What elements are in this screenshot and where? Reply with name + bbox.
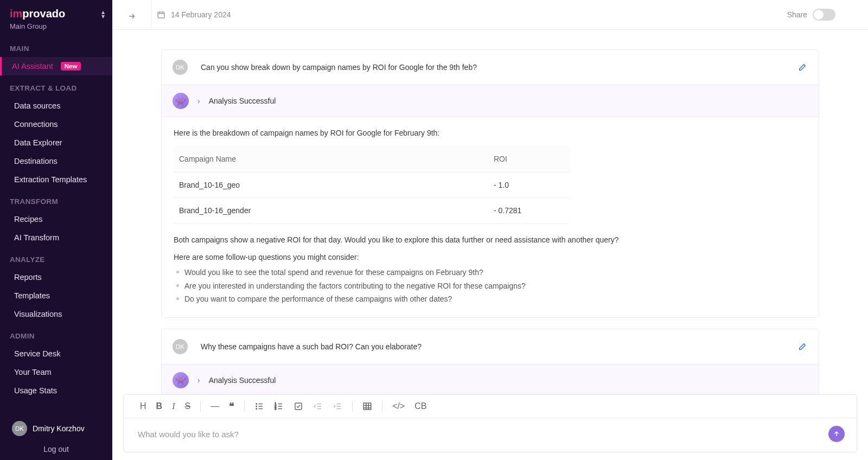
composer: H B I S — ❝ 123 </> CB xyxy=(123,394,857,452)
assistant-response-1: Here is the breakdown of campaign names … xyxy=(162,117,819,317)
brand-logo: improvado xyxy=(10,8,65,20)
share-toggle[interactable] xyxy=(813,9,835,21)
user-message-1: DK Can you show break down by campaign n… xyxy=(162,50,819,85)
chat-scroll[interactable]: DK Can you show break down by campaign n… xyxy=(112,30,868,394)
sidebar-item-connections[interactable]: Connections xyxy=(0,115,112,133)
assistant-status-row-1[interactable]: 👾 › Analysis Successful xyxy=(162,85,819,117)
nav-heading-analyze: ANALYZE xyxy=(0,251,112,268)
bold-icon[interactable]: B xyxy=(156,401,163,411)
outdent-icon[interactable] xyxy=(313,401,323,411)
response-intro: Here is the breakdown of campaign names … xyxy=(174,127,807,139)
date-display: 14 February 2024 xyxy=(157,10,231,19)
response-summary: Both campaigns show a negative ROI for t… xyxy=(174,234,807,246)
ordered-list-icon[interactable]: 123 xyxy=(274,401,284,411)
svg-text:3: 3 xyxy=(275,407,277,410)
sidebar-collapse-icon[interactable] xyxy=(127,12,136,29)
code-icon[interactable]: </> xyxy=(392,401,405,411)
table-icon[interactable] xyxy=(362,401,372,411)
checkbox-icon[interactable] xyxy=(293,401,303,411)
user-msg-text: Can you show break down by campaign name… xyxy=(201,63,477,72)
followup-item: Do you want to compare the performance o… xyxy=(174,293,807,305)
send-button[interactable] xyxy=(828,426,845,442)
hr-icon[interactable]: — xyxy=(210,401,219,411)
sidebar-item-your-team[interactable]: Your Team xyxy=(0,363,112,381)
sidebar-item-destinations[interactable]: Destinations xyxy=(0,152,112,170)
sidebar-item-usage-stats[interactable]: Usage Stats xyxy=(0,381,112,400)
sidebar-item-label: AI Assistant xyxy=(12,62,53,71)
sidebar-item-data-explorer[interactable]: Data Explorer xyxy=(0,133,112,152)
table-header-campaign: Campaign Name xyxy=(174,146,488,172)
bot-avatar-icon: 👾 xyxy=(173,93,189,109)
followup-item: Are you interested in understanding the … xyxy=(174,280,807,292)
codeblock-icon[interactable]: CB xyxy=(414,401,426,411)
sidebar: improvado ▴▾ Main Group MAIN AI Assistan… xyxy=(0,0,112,460)
heading-icon[interactable]: H xyxy=(140,401,146,411)
followup-list: Would you like to see the total spend an… xyxy=(174,266,807,305)
sidebar-item-extraction-templates[interactable]: Extraction Templates xyxy=(0,170,112,189)
user-name: Dmitry Korzhov xyxy=(33,424,85,433)
table-row: Brand_10-16_gender - 0.7281 xyxy=(174,198,570,223)
roi-table: Campaign Name ROI Brand_10-16_geo - 1.0 … xyxy=(174,146,570,223)
sidebar-item-data-sources[interactable]: Data sources xyxy=(0,97,112,115)
quote-icon[interactable]: ❝ xyxy=(229,400,234,412)
italic-icon[interactable]: I xyxy=(172,401,175,411)
conversation-block-2: DK Why these campaigns have a such bad R… xyxy=(161,329,819,394)
nav-heading-admin: ADMIN xyxy=(0,328,112,344)
svg-rect-8 xyxy=(363,403,371,410)
edit-message-icon[interactable] xyxy=(798,63,807,72)
user-avatar: DK xyxy=(12,421,27,436)
bot-avatar-icon: 👾 xyxy=(173,372,189,388)
workspace-switcher-icon[interactable]: ▴▾ xyxy=(101,10,105,18)
sidebar-item-visualizations[interactable]: Visualizations xyxy=(0,305,112,323)
user-msg-avatar: DK xyxy=(173,60,188,75)
strike-icon[interactable]: S xyxy=(184,401,190,411)
sidebar-item-ai-transform[interactable]: AI Transform xyxy=(0,228,112,247)
workspace-name[interactable]: Main Group xyxy=(0,20,112,36)
indent-icon[interactable] xyxy=(333,401,342,411)
sidebar-item-templates[interactable]: Templates xyxy=(0,286,112,305)
nav-heading-main: MAIN xyxy=(0,40,112,57)
analysis-status: Analysis Successful xyxy=(209,376,276,385)
conversation-block-1: DK Can you show break down by campaign n… xyxy=(161,49,819,318)
sidebar-item-reports[interactable]: Reports xyxy=(0,268,112,286)
sidebar-item-service-desk[interactable]: Service Desk xyxy=(0,344,112,363)
sidebar-item-ai-assistant[interactable]: AI Assistant New xyxy=(0,57,112,75)
expand-icon: › xyxy=(197,376,200,385)
logout-link[interactable]: Log out xyxy=(0,440,112,460)
share-label: Share xyxy=(787,10,807,19)
followup-intro: Here are some follow-up questions you mi… xyxy=(174,251,807,263)
svg-point-1 xyxy=(256,404,257,405)
bullet-list-icon[interactable] xyxy=(254,401,264,411)
svg-rect-7 xyxy=(295,403,302,410)
expand-icon: › xyxy=(197,97,200,105)
user-msg-avatar: DK xyxy=(173,339,188,354)
main-area: 14 February 2024 Share DK Can you show b… xyxy=(112,0,868,460)
svg-point-3 xyxy=(256,408,257,410)
table-header-roi: ROI xyxy=(488,146,570,172)
assistant-status-row-2[interactable]: 👾 › Analysis Successful xyxy=(162,364,819,394)
user-message-2: DK Why these campaigns have a such bad R… xyxy=(162,329,819,364)
message-input[interactable] xyxy=(138,430,828,439)
analysis-status: Analysis Successful xyxy=(209,97,276,105)
format-toolbar: H B I S — ❝ 123 </> CB xyxy=(124,395,857,418)
user-msg-text: Why these campaigns have a such bad ROI?… xyxy=(201,342,422,351)
current-user[interactable]: DK Dmitry Korzhov xyxy=(0,417,112,440)
svg-rect-0 xyxy=(158,12,164,18)
edit-message-icon[interactable] xyxy=(798,342,807,351)
table-row: Brand_10-16_geo - 1.0 xyxy=(174,172,570,197)
nav-heading-transform: TRANSFORM xyxy=(0,193,112,210)
new-badge: New xyxy=(61,62,81,71)
sidebar-item-recipes[interactable]: Recipes xyxy=(0,210,112,228)
followup-item: Would you like to see the total spend an… xyxy=(174,266,807,278)
nav-heading-extract: EXTRACT & LOAD xyxy=(0,80,112,97)
svg-point-2 xyxy=(256,406,257,407)
calendar-icon xyxy=(157,10,165,19)
